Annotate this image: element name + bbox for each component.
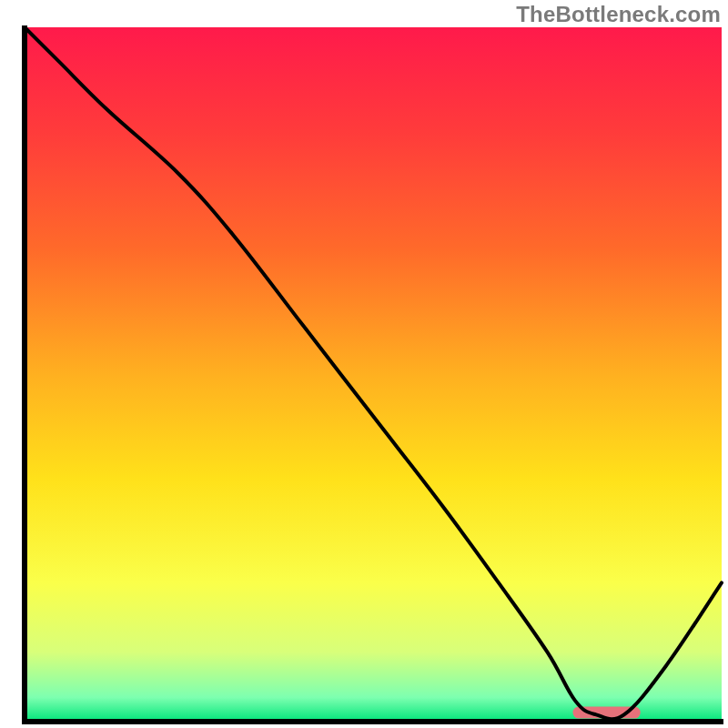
attribution-text: TheBottleneck.com [516,2,721,27]
bottleneck-chart [0,0,728,728]
